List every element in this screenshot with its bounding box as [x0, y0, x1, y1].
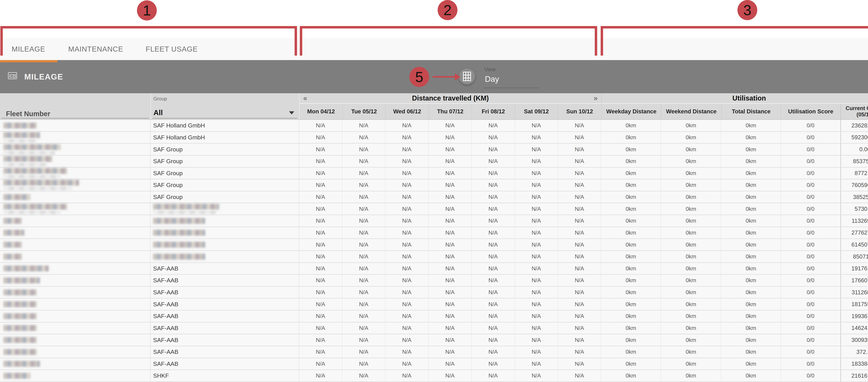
- current-odometer-cell: 300935.58km: [841, 334, 868, 346]
- day-distance-cell: N/A: [299, 192, 342, 203]
- utilisation-score-cell: 0/0: [781, 263, 841, 274]
- annotation-marker-2: 2: [438, 0, 458, 20]
- prev-week-button[interactable]: «: [300, 94, 311, 102]
- table-row[interactable]: SAF GroupN/AN/AN/AN/AN/AN/AN/A0km0km0km0…: [0, 168, 868, 180]
- table-row[interactable]: SAF-AABN/AN/AN/AN/AN/AN/AN/A0km0km0km0/0…: [0, 358, 868, 370]
- table-row[interactable]: SAF-AABN/AN/AN/AN/AN/AN/AN/A0km0km0km0/0…: [0, 334, 868, 346]
- day-distance-cell: N/A: [472, 358, 515, 370]
- group-cell: SAF-AAB: [151, 358, 299, 370]
- day-distance-cell: N/A: [558, 370, 601, 381]
- table-row[interactable]: SAF GroupN/AN/AN/AN/AN/AN/AN/A0km0km0km0…: [0, 155, 868, 168]
- redaction-block-secondary: [153, 210, 216, 214]
- annotation-bracket-2: [300, 26, 597, 28]
- group-cell: SAF-AAB: [151, 322, 299, 334]
- tab-fleet-usage[interactable]: FLEET USAGE: [146, 38, 198, 60]
- table-row[interactable]: N/AN/AN/AN/AN/AN/AN/A0km0km0km0/05730.44…: [0, 203, 868, 215]
- total-distance-cell: 0km: [721, 287, 781, 298]
- day-distance-cell: N/A: [342, 251, 385, 262]
- table-row[interactable]: SAF Holland GmbHN/AN/AN/AN/AN/AN/AN/A0km…: [0, 120, 868, 132]
- total-distance-cell: 0km: [721, 298, 781, 310]
- day-distance-cell: N/A: [515, 227, 558, 239]
- table-row[interactable]: SAF GroupN/AN/AN/AN/AN/AN/AN/A0km0km0km0…: [0, 192, 868, 203]
- table-row[interactable]: N/AN/AN/AN/AN/AN/AN/A0km0km0km0/0113269.…: [0, 215, 868, 227]
- utilisation-score-cell: 0/0: [781, 168, 841, 179]
- report-tab-strip: MILEAGE MAINTENANCE FLEET USAGE: [0, 38, 868, 60]
- view-toggle-button[interactable]: [459, 68, 475, 84]
- table-row[interactable]: SHKFN/AN/AN/AN/AN/AN/AN/A0km0km0km0/0216…: [0, 370, 868, 382]
- weekend-distance-cell: 0km: [661, 275, 721, 286]
- table-row[interactable]: SAF-AABN/AN/AN/AN/AN/AN/AN/A0km0km0km0/0…: [0, 298, 868, 311]
- fleet-number-cell: [0, 227, 151, 239]
- table-row[interactable]: SAF-AABN/AN/AN/AN/AN/AN/AN/A0km0km0km0/0…: [0, 311, 868, 322]
- weekend-distance-cell: 0km: [661, 179, 721, 191]
- day-distance-cell: N/A: [299, 311, 342, 322]
- group-cell: SAF-AAB: [151, 287, 299, 298]
- day-distance-cell: N/A: [472, 215, 515, 227]
- day-distance-cell: N/A: [558, 239, 601, 251]
- annotation-arrow-5-head: [455, 73, 460, 81]
- annotation-marker-5: 5: [409, 67, 429, 87]
- table-row[interactable]: N/AN/AN/AN/AN/AN/AN/A0km0km0km0/085071.7…: [0, 251, 868, 263]
- table-row[interactable]: SAF-AABN/AN/AN/AN/AN/AN/AN/A0km0km0km0/0…: [0, 322, 868, 334]
- utilisation-score-cell: 0/0: [781, 155, 841, 167]
- day-distance-cell: N/A: [472, 263, 515, 274]
- weekday-distance-cell: 0km: [601, 311, 661, 322]
- table-row[interactable]: N/AN/AN/AN/AN/AN/AN/A0km0km0km0/0614507.…: [0, 239, 868, 251]
- table-row[interactable]: SAF-AABN/AN/AN/AN/AN/AN/AN/A0km0km0km0/0…: [0, 275, 868, 287]
- next-week-button[interactable]: »: [590, 94, 601, 102]
- day-distance-cell: N/A: [515, 144, 558, 155]
- day-distance-cell: N/A: [515, 275, 558, 286]
- group-filter[interactable]: Group All: [151, 93, 299, 119]
- utilisation-score-cell: 0/0: [781, 192, 841, 203]
- day-distance-cell: N/A: [299, 275, 342, 286]
- day-distance-cell: N/A: [472, 370, 515, 381]
- tab-mileage[interactable]: MILEAGE: [12, 38, 45, 60]
- day-distance-cell: N/A: [299, 298, 342, 310]
- current-odometer-cell: 38525.00km: [841, 192, 868, 203]
- total-distance-cell: 0km: [721, 311, 781, 322]
- tab-maintenance[interactable]: MAINTENANCE: [68, 38, 123, 60]
- table-row[interactable]: SAF GroupN/AN/AN/AN/AN/AN/AN/A0km0km0km0…: [0, 179, 868, 192]
- current-odometer-cell: 146241.96km: [841, 322, 868, 334]
- weekday-distance-cell: 0km: [601, 298, 661, 310]
- day-column-header: Thu 07/12: [429, 104, 472, 119]
- group-dropdown-caret-icon[interactable]: [289, 111, 294, 114]
- fleet-number-header-label: Fleet Number: [6, 110, 50, 118]
- fleet-number-cell: [0, 298, 151, 310]
- day-distance-cell: N/A: [558, 227, 601, 239]
- current-odometer-cell: 614507.28km: [841, 239, 868, 251]
- redacted-fleet-number: [3, 194, 30, 200]
- day-distance-cell: N/A: [515, 251, 558, 262]
- utilisation-score-cell: 0/0: [781, 358, 841, 370]
- fleet-number-cell: [0, 275, 151, 286]
- redacted-fleet-number: [3, 313, 36, 319]
- group-selected-value[interactable]: All: [153, 109, 163, 117]
- weekday-distance-cell: 0km: [601, 132, 661, 143]
- current-odometer-cell: 372.11km: [841, 346, 868, 358]
- fleet-number-cell: [0, 251, 151, 262]
- utilisation-score-cell: 0/0: [781, 322, 841, 334]
- total-distance-cell: 0km: [721, 346, 781, 358]
- redaction-block: [3, 337, 36, 343]
- day-distance-cell: N/A: [429, 239, 472, 251]
- table-row[interactable]: SAF-AABN/AN/AN/AN/AN/AN/AN/A0km0km0km0/0…: [0, 346, 868, 358]
- current-odometer-cell: 85071.77km: [841, 251, 868, 262]
- util-column-header: Total Distance: [722, 104, 781, 119]
- table-row[interactable]: SAF GroupN/AN/AN/AN/AN/AN/AN/A0km0km0km0…: [0, 144, 868, 155]
- total-distance-cell: 0km: [721, 144, 781, 155]
- redaction-block: [3, 144, 61, 150]
- table-row[interactable]: SAF Holland GmbHN/AN/AN/AN/AN/AN/AN/A0km…: [0, 132, 868, 144]
- table-row[interactable]: SAF-AABN/AN/AN/AN/AN/AN/AN/A0km0km0km0/0…: [0, 287, 868, 299]
- redaction-block-secondary: [3, 175, 61, 178]
- day-distance-cell: N/A: [342, 358, 385, 370]
- table-row[interactable]: SAF-AABN/AN/AN/AN/AN/AN/AN/A0km0km0km0/0…: [0, 263, 868, 275]
- view-select[interactable]: Day: [485, 74, 499, 84]
- day-distance-cell: N/A: [385, 144, 429, 155]
- table-row[interactable]: N/AN/AN/AN/AN/AN/AN/A0km0km0km0/0277627.…: [0, 227, 868, 239]
- day-distance-cell: N/A: [515, 179, 558, 191]
- day-distance-cell: N/A: [385, 120, 429, 131]
- day-distance-cell: N/A: [558, 358, 601, 370]
- day-distance-cell: N/A: [558, 192, 601, 203]
- day-distance-cell: N/A: [472, 287, 515, 298]
- day-distance-cell: N/A: [515, 239, 558, 251]
